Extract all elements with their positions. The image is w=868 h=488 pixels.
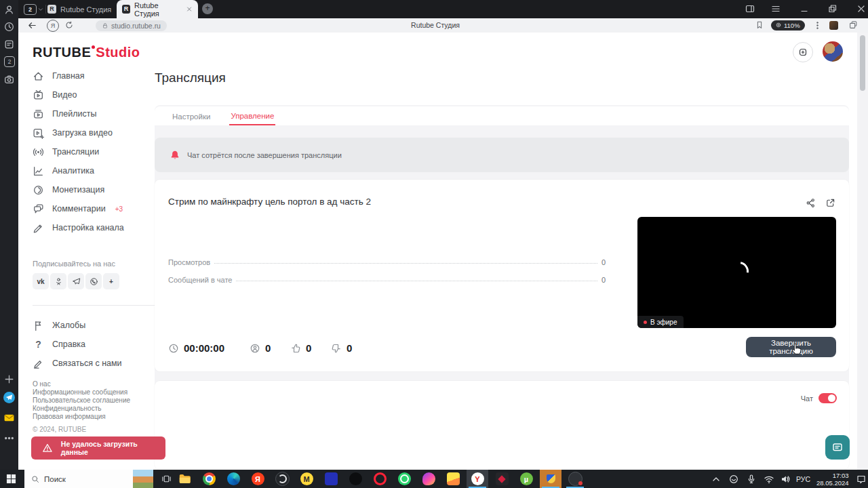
- footer-link-info[interactable]: Информационные сообщения: [33, 388, 161, 396]
- tray-language[interactable]: РУС: [796, 470, 810, 488]
- sidebar-item-upload-video[interactable]: Загрузка видео: [33, 126, 155, 140]
- more-options-icon[interactable]: [813, 21, 822, 30]
- timer-value: 00:00:00: [184, 342, 224, 354]
- sidebar-item-home[interactable]: Главная: [33, 69, 155, 83]
- reload-icon[interactable]: [64, 20, 74, 30]
- add-panel-icon[interactable]: [3, 373, 15, 385]
- avatar[interactable]: [823, 41, 843, 62]
- extension-icon[interactable]: [829, 21, 838, 30]
- tray-app[interactable]: [728, 470, 739, 488]
- chat-toggle[interactable]: [818, 393, 837, 403]
- vk-icon[interactable]: vk: [33, 273, 49, 289]
- search-news-widget[interactable]: [133, 470, 153, 488]
- taskbar-obs[interactable]: [271, 470, 293, 488]
- sidebar-item-playlists[interactable]: Плейлисты: [33, 107, 155, 121]
- sidebar-panel-icon[interactable]: [745, 3, 755, 14]
- upload-button[interactable]: [793, 42, 813, 62]
- history-icon[interactable]: [3, 21, 15, 33]
- tab-count-badge[interactable]: 2: [24, 4, 37, 15]
- sidebar-item-channel-settings[interactable]: Настройка канала: [33, 221, 155, 235]
- taskbar-edge[interactable]: [222, 470, 244, 488]
- sidebar-item-reports[interactable]: Жалобы: [33, 319, 155, 332]
- taskbar-paint-app[interactable]: [418, 470, 439, 488]
- telegram-panel-icon[interactable]: [3, 392, 15, 403]
- screenshot-icon[interactable]: [3, 74, 15, 85]
- stat-row-views: Просмотров 0: [168, 258, 606, 266]
- profile-icon[interactable]: [3, 4, 15, 16]
- tray-chevron[interactable]: [711, 470, 722, 488]
- tab-management[interactable]: Управление: [229, 107, 275, 125]
- footer-link-terms[interactable]: Пользовательское соглашение: [33, 396, 161, 405]
- sidebar-item-analytics[interactable]: Аналитика: [33, 164, 155, 178]
- dislikes-value: 0: [347, 342, 352, 354]
- close-tab-icon[interactable]: [186, 5, 193, 13]
- start-button[interactable]: [6, 474, 16, 484]
- sidebar-item-comments[interactable]: Комментарии +3: [33, 202, 155, 216]
- viber-icon[interactable]: [85, 273, 102, 289]
- taskbar-shield-app-active[interactable]: [540, 470, 561, 488]
- tab-groups-icon[interactable]: 2: [4, 56, 15, 67]
- footer-link-legal[interactable]: Правовая информация: [33, 413, 161, 421]
- zoom-badge[interactable]: 110%: [771, 20, 805, 30]
- mail-panel-icon[interactable]: [3, 412, 15, 424]
- yandex-button[interactable]: Я: [47, 20, 59, 32]
- restore-icon[interactable]: [827, 3, 838, 14]
- taskbar-obs-recording[interactable]: [564, 470, 586, 488]
- new-tab-button[interactable]: +: [202, 3, 213, 14]
- sidebar-item-help[interactable]: ? Справка: [33, 338, 155, 351]
- sidebar-item-monetization[interactable]: Монетизация: [33, 183, 155, 197]
- taskbar-messenger[interactable]: M: [296, 470, 317, 488]
- sidebar-item-contact[interactable]: Связаться с нами: [33, 357, 155, 370]
- page-scrollbar[interactable]: [857, 33, 868, 470]
- taskbar-yandex-browser-active[interactable]: Y: [467, 470, 488, 488]
- address-pill[interactable]: studio.rutube.ru: [96, 20, 167, 31]
- browser-tab-inactive[interactable]: R Rutube Студия: [47, 0, 115, 18]
- tray-microphone[interactable]: [746, 470, 757, 488]
- taskbar-yandex[interactable]: Я: [247, 470, 269, 488]
- tray-clock[interactable]: 17:0328.05.2024: [816, 470, 849, 488]
- logo-dot: [92, 45, 95, 49]
- taskbar-opera[interactable]: [369, 470, 391, 488]
- menu-icon[interactable]: [770, 3, 781, 14]
- tray-wifi[interactable]: [764, 470, 774, 488]
- more-panels-icon[interactable]: [3, 432, 15, 444]
- telegram-icon[interactable]: [68, 273, 84, 289]
- taskbar-file-explorer[interactable]: [174, 470, 195, 488]
- back-icon[interactable]: [27, 20, 37, 30]
- stream-video-preview[interactable]: В эфире: [637, 217, 836, 328]
- tray-notifications[interactable]: [856, 470, 867, 488]
- more-social-icon[interactable]: +: [103, 273, 119, 289]
- taskbar-red-star-app[interactable]: [491, 470, 513, 488]
- collections-icon[interactable]: [848, 20, 858, 30]
- taskbar-whatsapp[interactable]: [393, 470, 415, 488]
- clock-icon: [168, 343, 179, 354]
- taskbar-blue-app[interactable]: [320, 470, 342, 488]
- chat-toggle-label: Чат: [801, 394, 813, 403]
- ok-icon[interactable]: [50, 273, 66, 289]
- rutube-studio-logo[interactable]: RUTUBEStudio: [33, 45, 140, 60]
- chevron-down-icon[interactable]: [37, 6, 44, 13]
- minimize-icon[interactable]: [799, 3, 810, 14]
- tab-settings[interactable]: Настройки: [171, 108, 212, 125]
- thumbs-down-icon: [331, 343, 342, 354]
- taskbar-dark-app[interactable]: [344, 470, 366, 488]
- taskbar-game-app[interactable]: [442, 470, 464, 488]
- browser-tab-active[interactable]: R Rutube Студия: [117, 0, 198, 18]
- stat-label: Сообщений в чате: [168, 276, 232, 284]
- share-icon[interactable]: [806, 198, 816, 208]
- taskbar-utorrent[interactable]: µ: [515, 470, 537, 488]
- close-window-icon[interactable]: [856, 3, 867, 14]
- tray-volume[interactable]: [780, 470, 791, 488]
- page-title-center: Rutube Студия: [290, 21, 581, 29]
- bookmark-icon[interactable]: [755, 20, 764, 30]
- footer-link-about[interactable]: О нас: [33, 380, 161, 388]
- task-view-icon[interactable]: [161, 474, 172, 484]
- scrollbar-thumb[interactable]: [860, 35, 865, 91]
- taskbar-chrome[interactable]: [198, 470, 220, 488]
- support-chat-fab[interactable]: [825, 435, 850, 460]
- footer-link-privacy[interactable]: Конфиденциальность: [33, 405, 161, 413]
- external-link-icon[interactable]: [825, 198, 835, 208]
- notes-icon[interactable]: [3, 39, 15, 50]
- sidebar-item-broadcasts[interactable]: Трансляции: [33, 145, 155, 159]
- sidebar-item-video[interactable]: Видео: [33, 88, 155, 102]
